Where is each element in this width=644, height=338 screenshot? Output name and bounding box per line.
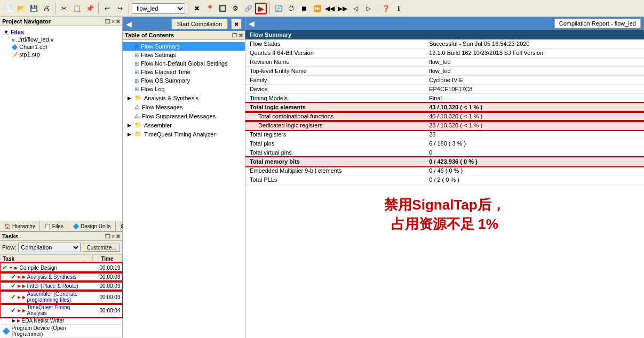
delete-button[interactable]: ✖ xyxy=(191,3,203,14)
task-info-0 xyxy=(84,263,93,272)
flow-select[interactable]: Compilation xyxy=(18,243,81,252)
open-button[interactable]: 📂 xyxy=(15,3,27,14)
tab-design-units[interactable]: 🔷 Design Units xyxy=(68,221,116,231)
expand-icon-2[interactable]: ▶ xyxy=(18,284,21,288)
tasks-float[interactable]: 🗖 xyxy=(105,234,110,239)
help-button[interactable]: ❓ xyxy=(380,3,392,14)
summary-value-6: Final xyxy=(425,94,644,103)
toc-item-analysis-synthesis[interactable]: ▶ 📁 Analysis & Synthesis xyxy=(123,93,245,102)
tasks-close[interactable]: ✖ xyxy=(116,234,120,239)
task-name-3[interactable]: Assembler (Generate programming files) xyxy=(27,291,83,303)
task-cell-6: 🔷 Program Device (Open Programmer) xyxy=(1,325,84,338)
table-row: ✔ ▶ ▶ Analysis & Synthesis 00:00:03 xyxy=(1,272,122,281)
forward-button[interactable]: ▶▶ xyxy=(337,3,348,14)
expand-icon-4[interactable]: ▶ xyxy=(18,308,21,313)
toc-close[interactable]: ✖ xyxy=(238,33,243,38)
cut-button[interactable]: ✂ xyxy=(58,3,70,14)
start-compilation-button[interactable]: Start Compilation xyxy=(171,19,228,29)
nav-back[interactable]: ◁ xyxy=(349,3,361,14)
toc-item-flow-summary[interactable]: ⊞ Flow Summary xyxy=(123,42,245,51)
play-icon-0: ▶ xyxy=(14,265,18,270)
toc-item-assembler[interactable]: ▶ 📁 Assembler xyxy=(123,120,245,130)
report-nav-icon[interactable]: ◀ xyxy=(249,19,255,28)
sep2 xyxy=(98,3,99,14)
task-name-4[interactable]: TimeQuest Timing Analysis xyxy=(27,304,83,316)
dock-button[interactable]: × xyxy=(112,19,115,25)
summary-row-7: Total logic elements 43 / 10,320 ( < 1 %… xyxy=(245,103,644,112)
diamond-icon: 🔷 xyxy=(2,327,10,335)
toc-item-flow-nondefs[interactable]: ⊞ Flow Non-Default Global Settings xyxy=(123,59,245,68)
summary-label-0: Flow Status xyxy=(245,39,425,49)
customize-button[interactable]: Customize... xyxy=(83,244,120,252)
tab-files[interactable]: 📋 Files xyxy=(40,221,68,231)
info-button[interactable]: ℹ xyxy=(393,3,404,14)
redo-button[interactable]: ↪ xyxy=(114,3,126,14)
pin-button[interactable]: 📍 xyxy=(204,3,216,14)
expand-icon-0[interactable]: ▼ xyxy=(9,265,13,270)
task-name-2[interactable]: Fitter (Place & Route) xyxy=(27,283,78,289)
fast-button[interactable]: ⏩ xyxy=(311,3,323,14)
run-button active[interactable]: ▶ xyxy=(255,3,267,14)
toc-item-flow-settings[interactable]: ⊞ Flow Settings xyxy=(123,51,245,59)
toc-expand-6[interactable]: ▶ xyxy=(126,95,132,101)
task-time-1: 00:00:03 xyxy=(93,272,122,281)
summary-row-8: Total combinational functions 40 / 10,32… xyxy=(245,112,644,121)
task-name-6: Program Device (Open Programmer) xyxy=(12,325,83,337)
summary-row-6: Timing Models Final xyxy=(245,94,644,103)
toc-expand-10[interactable]: ▶ xyxy=(126,132,132,137)
time-button[interactable]: ⏱ xyxy=(285,3,297,14)
close-panel-button[interactable]: ✖ xyxy=(116,19,120,25)
summary-label-7: Total logic elements xyxy=(245,103,425,112)
tab-hierarchy[interactable]: 🏠 Hierarchy xyxy=(0,221,40,231)
toc-item-flow-elapsed[interactable]: ⊞ Flow Elapsed Time xyxy=(123,68,245,76)
copy-button[interactable]: 📋 xyxy=(71,3,83,14)
cancel-button[interactable]: ✖ xyxy=(231,19,242,29)
summary-label-8: Total combinational functions xyxy=(245,112,425,121)
files-folder[interactable]: ▼ Files xyxy=(2,28,120,36)
task-info-3 xyxy=(84,291,93,304)
task-time-3: 00:00:03 xyxy=(93,291,122,304)
file-item-1[interactable]: ■ ../rtl/flow_led.v xyxy=(2,36,120,43)
summary-label-2: Revision Name xyxy=(245,58,425,67)
nav-forward[interactable]: ▷ xyxy=(362,3,374,14)
print-button[interactable]: 🖨 xyxy=(41,3,52,14)
toc-item-flow-os[interactable]: ⊞ Flow OS Summary xyxy=(123,76,245,85)
toc-item-flow-messages[interactable]: ⚠ Flow Messages xyxy=(123,102,245,111)
task-name-1[interactable]: Analysis & Synthesis xyxy=(27,274,77,280)
summary-value-8: 40 / 10,320 ( < 1 % ) xyxy=(425,112,644,121)
file-item-2[interactable]: 🔷 Chain1.cdf xyxy=(2,43,120,51)
toc-expand-9[interactable]: ▶ xyxy=(126,123,132,128)
toc-float[interactable]: 🗖 xyxy=(232,33,237,38)
summary-value-7: 43 / 10,320 ( < 1 % ) xyxy=(425,103,644,112)
save-button[interactable]: 💾 xyxy=(28,3,39,14)
expand-icon-1[interactable]: ▶ xyxy=(18,275,21,279)
expand-icon-5[interactable]: ▶ xyxy=(12,318,15,323)
project-dropdown[interactable]: flow_led xyxy=(132,3,185,14)
summary-value-13: 0 / 423,936 ( 0 % ) xyxy=(425,157,644,166)
stop-button[interactable]: ⏹ xyxy=(298,3,310,14)
clock-button[interactable]: 🔄 xyxy=(273,3,284,14)
toc-item-flow-suppressed[interactable]: ⚠ Flow Suppressed Messages xyxy=(123,111,245,120)
toc-icon-6: 📁 xyxy=(134,94,142,101)
summary-label-10: Total registers xyxy=(245,130,425,139)
chip-button[interactable]: 🔲 xyxy=(217,3,228,14)
toc-title: Table of Contents xyxy=(125,32,174,38)
expand-icon-3[interactable]: ▶ xyxy=(18,295,21,300)
toc-item-timequest[interactable]: ▶ 📁 TimeQuest Timing Analyzer xyxy=(123,130,245,139)
toc-item-flow-log[interactable]: ⊞ Flow Log xyxy=(123,85,245,93)
undo-button[interactable]: ↩ xyxy=(101,3,113,14)
link-button[interactable]: 🔗 xyxy=(242,3,254,14)
summary-row-9: Dedicated logic registers 28 / 10,320 ( … xyxy=(245,121,644,130)
summary-label-6: Timing Models xyxy=(245,94,425,103)
back-nav-icon[interactable]: ◀ xyxy=(126,20,132,28)
check-icon-1: ✔ xyxy=(11,273,16,280)
play-icon-2: ▶ xyxy=(22,284,26,288)
float-button[interactable]: 🗖 xyxy=(105,19,110,25)
back-button[interactable]: ◀◀ xyxy=(324,3,336,14)
tasks-dock[interactable]: × xyxy=(112,234,115,239)
settings-button[interactable]: ⚙ xyxy=(229,3,241,14)
file-item-3[interactable]: 📝 stp1.stp xyxy=(2,51,120,58)
summary-value-9: 28 / 10,320 ( < 1 % ) xyxy=(425,121,644,130)
new-button[interactable]: 📄 xyxy=(2,3,14,14)
paste-button[interactable]: 📌 xyxy=(84,3,96,14)
